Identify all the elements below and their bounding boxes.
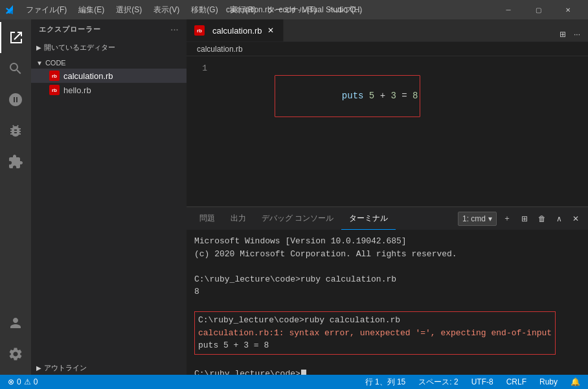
sidebar: エクスプローラー ··· ▶ 開いているエディター ▼ CODE rb calc… [31,19,187,375]
indentation[interactable]: スペース: 2 [416,375,460,389]
code-section-header[interactable]: ▼ CODE [31,57,187,69]
activity-git[interactable] [0,84,31,115]
error-number: 0 [17,377,21,386]
cursor-position[interactable]: 行 1、列 15 [363,375,409,389]
breadcrumb: calculation.rb [187,42,588,56]
tab-file-icon: rb [194,25,205,36]
eol[interactable]: CRLF [504,375,529,389]
panel-tab-debug[interactable]: デバッグ コンソール [254,207,341,230]
terminal-error-cmd: C:\ruby_lecture\code>ruby calculation.rb [198,314,552,327]
notifications-icon[interactable]: 🔔 [568,375,583,389]
spaces-text: スペース: 2 [418,377,458,388]
status-bar: ⊗ 0 ⚠ 0 行 1、列 15 スペース: 2 UTF-8 CRLF Ruby… [0,375,588,389]
number-8: 8 [413,91,418,101]
tab-bar-actions: ⊞ ··· [552,27,588,41]
tab-calculation-rb[interactable]: rb calculation.rb ✕ [187,19,284,41]
status-right: 行 1、列 15 スペース: 2 UTF-8 CRLF Ruby 🔔 [363,375,583,389]
file-hello-rb[interactable]: rb hello.rb [31,83,187,97]
sidebar-more-icon[interactable]: ··· [171,26,179,34]
debug-icon [8,123,23,139]
terminal-line-3 [194,260,580,273]
encoding[interactable]: UTF-8 [469,375,496,389]
menu-edit[interactable]: 編集(E) [73,2,109,18]
terminal-name: 1: cmd [462,214,486,223]
file-name-hello: hello.rb [63,85,91,95]
split-terminal-button[interactable]: ⊞ [517,212,532,226]
number-3: 3 [390,91,396,101]
open-editors-section: ▶ 開いているエディター [31,39,187,56]
menu-file[interactable]: ファイル(F) [21,2,72,18]
explorer-icon [8,30,24,45]
keyword-puts: puts [342,91,369,101]
terminal-selector[interactable]: 1: cmd ▾ [458,212,497,226]
add-terminal-button[interactable]: ＋ [499,210,515,227]
outline-label: アウトライン [44,363,87,373]
chevron-right-icon-2: ▶ [36,364,41,372]
operator-eq: = [396,91,413,101]
sidebar-header-actions: ··· [171,26,179,34]
terminal-error-code: puts 5 + 3 = 8 [198,339,552,352]
gear-icon [8,346,23,362]
open-editors-header[interactable]: ▶ 開いているエディター [31,41,187,54]
maximize-button[interactable]: ▢ [523,0,553,19]
operator-plus: + [374,91,390,101]
activity-explorer[interactable] [0,22,31,53]
panel-actions: 1: cmd ▾ ＋ ⊞ 🗑 ∧ ✕ [458,210,583,227]
editor-panel-area: rb calculation.rb ✕ ⊞ ··· calculation.rb… [187,19,588,375]
code-highlight-box: puts 5 + 3 = 8 [275,75,420,117]
terminal-error-msg: calculation.rb:1: syntax error, unexpect… [198,327,552,340]
chevron-right-icon: ▶ [36,44,41,51]
titlebar: ファイル(F) 編集(E) 選択(S) 表示(V) 移動(G) 実行(R) ター… [0,0,588,19]
menu-select[interactable]: 選択(S) [111,2,147,18]
activity-bar [0,19,31,375]
open-editors-label: 開いているエディター [44,43,115,52]
maximize-panel-button[interactable]: ∧ [552,212,566,226]
code-editor[interactable]: 1 puts 5 + 3 = 8 [187,56,588,206]
error-icon: ⊗ [8,377,14,386]
close-panel-button[interactable]: ✕ [569,212,583,226]
activity-search[interactable] [0,53,31,84]
window-title: calculation.rb - code - Visual Studio C.… [226,5,362,14]
ruby-file-icon-2: rb [49,85,60,95]
encoding-text: UTF-8 [471,377,493,386]
chevron-down-icon: ▼ [36,60,43,67]
minimize-button[interactable]: ─ [493,0,523,19]
error-count[interactable]: ⊗ 0 ⚠ 0 [5,375,40,389]
panel-tab-terminal[interactable]: ターミナル [341,207,396,230]
activity-bottom [0,307,31,375]
file-calculation-rb[interactable]: rb calculation.rb [31,69,187,83]
activity-settings[interactable] [0,339,31,370]
dropdown-arrow-icon: ▾ [488,214,492,223]
delete-terminal-button[interactable]: 🗑 [534,212,550,226]
split-editor-button[interactable]: ⊞ [557,27,569,41]
language-text: Ruby [539,377,558,386]
tab-bar: rb calculation.rb ✕ ⊞ ··· [187,19,588,42]
terminal-line-blank [194,355,580,368]
tab-label: calculation.rb [212,26,262,36]
menu-go[interactable]: 移動(G) [186,2,223,18]
panel-tab-output[interactable]: 出力 [223,207,254,230]
main-area: エクスプローラー ··· ▶ 開いているエディター ▼ CODE rb calc… [0,19,588,375]
terminal-line-2: (c) 2020 Microsoft Corporation. All righ… [194,248,580,261]
outline-header[interactable]: ▶ アウトライン [31,361,187,375]
panel-tab-problems[interactable]: 問題 [192,207,223,230]
menu-view[interactable]: 表示(V) [148,2,185,18]
close-button[interactable]: ✕ [553,0,583,19]
activity-extensions[interactable] [0,146,31,177]
terminal-line-1: Microsoft Windows [Version 10.0.19042.68… [194,235,580,248]
tab-close-button[interactable]: ✕ [266,25,275,36]
terminal-content[interactable]: Microsoft Windows [Version 10.0.19042.68… [187,230,588,375]
position-text: 行 1、列 15 [365,377,406,388]
eol-text: CRLF [506,377,526,386]
more-actions-button[interactable]: ··· [571,27,583,41]
panel-area: 問題 出力 デバッグ コンソール ターミナル 1: cmd ▾ ＋ ⊞ 🗑 ∧ … [187,206,588,375]
activity-debug[interactable] [0,115,31,146]
terminal-prompt: C:\ruby_lecture\code> [194,368,580,375]
activity-account[interactable] [0,307,31,339]
ruby-file-icon: rb [49,71,60,81]
git-icon [8,92,23,107]
language-mode[interactable]: Ruby [537,375,560,389]
status-left: ⊗ 0 ⚠ 0 [5,375,40,389]
number-5: 5 [369,91,374,101]
breadcrumb-file: calculation.rb [197,45,243,54]
